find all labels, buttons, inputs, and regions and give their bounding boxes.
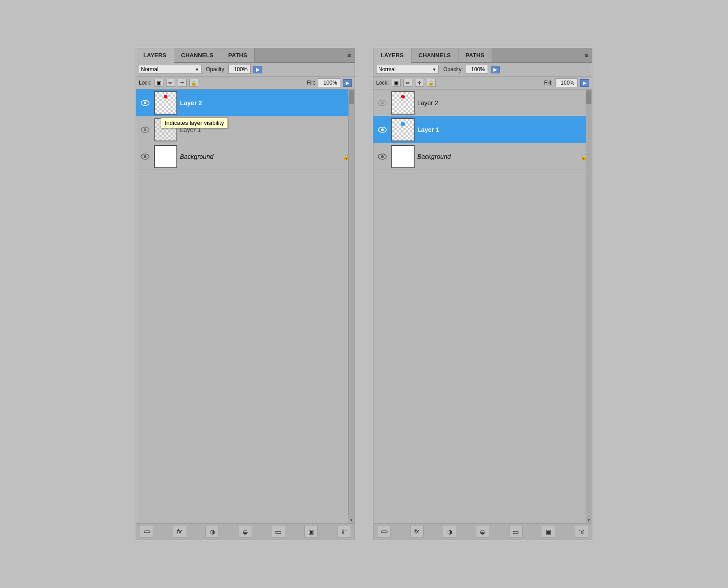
adjustment-btn-left[interactable]: ◒: [239, 526, 252, 537]
svg-point-9: [381, 128, 384, 131]
layer-row-background-left[interactable]: Background 🔒: [136, 143, 355, 170]
link-layers-btn-right[interactable]: ⊂⊃: [377, 526, 390, 537]
scroll-thumb-right[interactable]: [586, 90, 591, 104]
layer-name-layer2-right: Layer 2: [417, 99, 589, 107]
blend-row-left: Normal ▼ Opacity: 100% ▶: [136, 63, 355, 77]
blend-mode-value-right: Normal: [378, 66, 396, 72]
eye-icon-layer1-left[interactable]: [139, 124, 151, 136]
adjustment-btn-right[interactable]: ◒: [476, 526, 489, 537]
lock-pixels-btn-left[interactable]: ▣: [154, 79, 163, 87]
layers-list-left: Layer 2 Indicates layer visibility Layer…: [136, 89, 355, 523]
lock-paint-btn-right[interactable]: ✏: [403, 79, 412, 87]
opacity-label-left: Opacity:: [206, 66, 226, 72]
left-panel: LAYERS CHANNELS PATHS ≡ Normal ▼ Opacity…: [136, 48, 355, 540]
svg-point-11: [381, 155, 384, 158]
svg-point-7: [381, 102, 384, 104]
scroll-down-right[interactable]: ▼: [586, 517, 592, 523]
layer-name-background-left: Background: [180, 153, 340, 160]
eye-icon-background-left[interactable]: [139, 150, 151, 163]
lock-label-left: Lock:: [139, 80, 152, 86]
opacity-arrow-right[interactable]: ▶: [491, 66, 500, 73]
layer-name-layer2-left: Layer 2: [180, 99, 352, 107]
link-layers-btn-left[interactable]: ⊂⊃: [140, 526, 153, 537]
layer-name-layer1-right: Layer 1: [417, 126, 589, 133]
lock-paint-btn-left[interactable]: ✏: [166, 79, 175, 87]
fill-label-right: Fill:: [544, 80, 552, 86]
fill-arrow-left[interactable]: ▶: [343, 79, 352, 87]
layer-thumb-layer1-right: [391, 118, 415, 141]
layer-thumb-background-left: [154, 145, 177, 168]
right-panel: LAYERS CHANNELS PATHS ≡ Normal ▼ Opacity…: [373, 48, 592, 540]
opacity-value-right[interactable]: 100%: [466, 65, 488, 74]
scroll-bar-left[interactable]: ▲ ▼: [348, 89, 355, 523]
new-layer-btn-right[interactable]: ▣: [542, 526, 555, 537]
layer-row-layer2-right[interactable]: Layer 2: [373, 89, 592, 116]
eye-icon-layer2-right[interactable]: [376, 97, 389, 109]
fx-btn-right[interactable]: fx: [410, 526, 424, 537]
scroll-bar-right[interactable]: ▲ ▼: [586, 89, 592, 523]
group-btn-left[interactable]: ▭: [272, 526, 285, 537]
layers-list-right: Layer 2 Layer 1: [373, 89, 592, 523]
svg-point-1: [144, 102, 146, 104]
tab-layers-right[interactable]: LAYERS: [373, 48, 411, 63]
new-layer-btn-left[interactable]: ▣: [304, 526, 318, 537]
fx-btn-left[interactable]: fx: [173, 526, 186, 537]
fill-label-left: Fill:: [307, 80, 315, 86]
layer-row-layer2-left[interactable]: Layer 2: [136, 89, 355, 116]
tab-channels-right[interactable]: CHANNELS: [411, 48, 458, 62]
lock-label-right: Lock:: [376, 80, 389, 86]
fill-value-right[interactable]: 100%: [555, 78, 578, 87]
lock-all-btn-right[interactable]: 🔒: [427, 79, 436, 87]
svg-point-3: [144, 128, 146, 131]
lock-move-btn-right[interactable]: ✛: [415, 79, 424, 87]
delete-layer-btn-right[interactable]: 🗑: [575, 526, 588, 537]
tab-channels-left[interactable]: CHANNELS: [174, 48, 221, 62]
tab-bar-left: LAYERS CHANNELS PATHS ≡: [136, 48, 355, 63]
bottom-bar-right: ⊂⊃ fx ◑ ◒ ▭ ▣ 🗑: [373, 523, 592, 540]
tooltip-visibility: Indicates layer visibility: [161, 117, 228, 128]
bottom-bar-left: ⊂⊃ fx ◑ ◒ ▭ ▣ 🗑: [136, 523, 355, 540]
layer-thumb-layer2-right: [391, 91, 415, 115]
opacity-label-right: Opacity:: [443, 66, 463, 72]
layer-row-layer1-right[interactable]: Layer 1: [373, 116, 592, 143]
lock-row-left: Lock: ▣ ✏ ✛ 🔒 Fill: 100% ▶: [136, 77, 355, 89]
eye-icon-layer2-left[interactable]: [139, 97, 151, 109]
layer-thumb-background-right: [391, 145, 415, 168]
add-mask-btn-left[interactable]: ◑: [206, 526, 219, 537]
layer-thumb-layer2-left: [154, 91, 177, 115]
lock-pixels-btn-right[interactable]: ▣: [392, 79, 401, 87]
tab-paths-left[interactable]: PATHS: [221, 48, 255, 62]
blend-mode-arrow-left: ▼: [195, 67, 199, 72]
svg-point-5: [144, 155, 146, 158]
lock-all-btn-left[interactable]: 🔒: [189, 79, 198, 87]
delete-layer-btn-left[interactable]: 🗑: [338, 526, 351, 537]
eye-icon-layer1-right[interactable]: [376, 124, 389, 136]
layer-name-background-right: Background: [417, 153, 577, 160]
panel-menu-icon-left[interactable]: ≡: [344, 48, 355, 62]
blend-mode-value-left: Normal: [141, 66, 158, 72]
layer-row-background-right[interactable]: Background 🔒: [373, 143, 592, 170]
fill-arrow-right[interactable]: ▶: [580, 79, 589, 87]
scroll-thumb-left[interactable]: [349, 90, 354, 104]
panel-menu-icon-right[interactable]: ≡: [581, 48, 592, 62]
blend-mode-arrow-right: ▼: [432, 67, 437, 72]
eye-icon-background-right[interactable]: [376, 150, 389, 163]
tab-paths-right[interactable]: PATHS: [458, 48, 492, 62]
add-mask-btn-right[interactable]: ◑: [443, 526, 456, 537]
blend-mode-select-left[interactable]: Normal ▼: [139, 65, 201, 74]
opacity-arrow-left[interactable]: ▶: [253, 66, 262, 73]
opacity-value-left[interactable]: 100%: [228, 65, 251, 74]
tab-layers-left[interactable]: LAYERS: [136, 48, 174, 63]
group-btn-right[interactable]: ▭: [509, 526, 522, 537]
blend-mode-select-right[interactable]: Normal ▼: [376, 65, 439, 74]
tab-bar-right: LAYERS CHANNELS PATHS ≡: [373, 48, 592, 63]
lock-row-right: Lock: ▣ ✏ ✛ 🔒 Fill: 100% ▶: [373, 77, 592, 89]
blend-row-right: Normal ▼ Opacity: 100% ▶: [373, 63, 592, 77]
fill-value-left[interactable]: 100%: [318, 78, 340, 87]
scroll-down-left[interactable]: ▼: [348, 517, 355, 523]
lock-move-btn-left[interactable]: ✛: [178, 79, 187, 87]
